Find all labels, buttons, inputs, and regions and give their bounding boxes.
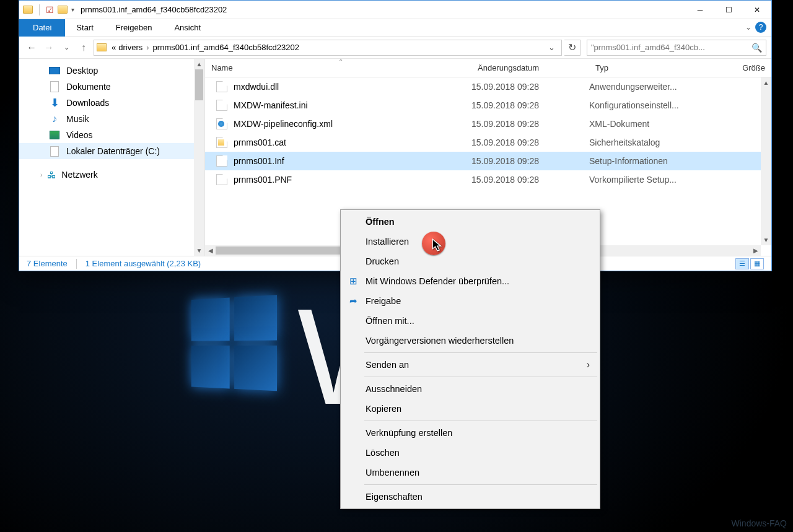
ctx-copy[interactable]: Kopieren [342,399,598,419]
folder-icon [97,43,107,51]
breadcrumb[interactable]: « drivers › prnms001.inf_amd64_f340cb58f… [94,40,562,56]
tab-start[interactable]: Start [65,19,104,37]
breadcrumb-drivers[interactable]: drivers [117,43,144,52]
search-box[interactable]: 🔍 [587,40,766,56]
ctx-rename[interactable]: Umbenennen [342,463,598,482]
ctx-print[interactable]: Drucken [342,251,598,271]
minimize-button[interactable]: ─ [686,1,714,19]
titlebar[interactable]: ☑ ▾ prnms001.inf_amd64_f340cb58fcd23202 … [19,1,771,19]
breadcrumb-current[interactable]: prnms001.inf_amd64_f340cb58fcd23202 [152,43,300,52]
ctx-restore[interactable]: Vorgängerversionen wiederherstellen [342,331,598,351]
ribbon-tabs: Datei Start Freigeben Ansicht ⌄ ? [19,19,771,37]
view-thumbnails-button[interactable]: ▦ [750,258,764,269]
desktop-icon [49,67,60,74]
scroll-right-icon[interactable]: ▶ [750,247,761,254]
cursor-icon [431,238,447,254]
nav-downloads[interactable]: ⬇Downloads [19,95,204,111]
qat-properties-icon[interactable]: ☑ [46,5,54,15]
ctx-defender[interactable]: ⊞Mit Windows Defender überprüfen... [342,271,598,291]
nav-netzwerk[interactable]: ›🖧Netzwerk [19,167,204,183]
nav-pane: Desktop Dokumente ⬇Downloads ♪Musik Vide… [19,59,205,256]
ribbon-expand-icon[interactable]: ⌄ [745,23,751,32]
scroll-up-icon[interactable]: ▲ [194,59,204,69]
view-details-button[interactable]: ☰ [735,258,749,269]
tab-datei[interactable]: Datei [19,19,65,37]
file-type: Sicherheitskatalog [589,137,713,147]
file-name: MXDW-pipelineconfig.xml [234,119,333,129]
ctx-openwith[interactable]: Öffnen mit... [342,311,598,331]
refresh-button[interactable]: ↻ [564,40,581,56]
sort-indicator-icon: ⌃ [338,58,343,65]
file-scrollbar-v[interactable]: ▲ ▼ [761,77,771,245]
nav-desktop[interactable]: Desktop [19,63,204,79]
scroll-thumb[interactable] [195,69,203,100]
nav-label: Desktop [66,66,98,76]
nav-videos[interactable]: Videos [19,127,204,143]
search-input[interactable] [591,43,751,52]
file-icon [216,81,227,92]
tab-ansicht[interactable]: Ansicht [163,19,212,37]
chevron-down-icon[interactable]: ⌄ [545,43,559,52]
file-row[interactable]: MXDW-manifest.ini15.09.2018 09:28Konfigu… [205,96,771,115]
col-type[interactable]: Typ [589,59,713,77]
scroll-down-icon[interactable]: ▼ [194,245,204,256]
ctx-share[interactable]: ➦Freigabe [342,291,598,311]
ctx-install[interactable]: Installieren [342,232,598,251]
file-row[interactable]: prnms001.Inf15.09.2018 09:28Setup-Inform… [205,152,771,170]
status-count: 7 Elemente [27,259,68,268]
chevron-right-icon[interactable]: › [144,43,151,52]
nav-label: Downloads [66,98,109,108]
ctx-cut[interactable]: Ausschneiden [342,379,598,399]
col-date[interactable]: Änderungsdatum [471,59,589,77]
tab-freigeben[interactable]: Freigeben [105,19,164,37]
search-icon[interactable]: 🔍 [751,43,762,53]
nav-musik[interactable]: ♪Musik [19,111,204,127]
scroll-down-icon[interactable]: ▼ [761,235,771,245]
breadcrumb-prefix[interactable]: « [110,43,117,52]
close-button[interactable]: ✕ [743,1,771,19]
nav-forward-button[interactable]: → [42,40,56,55]
network-icon: 🖧 [47,170,56,180]
file-icon [216,100,227,111]
file-row[interactable]: prnms001.PNF15.09.2018 09:28Vorkompilier… [205,170,771,189]
nav-up-button[interactable]: ↑ [76,40,91,55]
file-date: 15.09.2018 09:28 [471,175,589,185]
file-type: Setup-Informationen [589,156,713,166]
scroll-left-icon[interactable]: ◀ [205,247,216,254]
scroll-up-icon[interactable]: ▲ [761,77,771,88]
file-date: 15.09.2018 09:28 [471,137,589,147]
ctx-delete[interactable]: Löschen [342,443,598,463]
file-date: 15.09.2018 09:28 [471,100,589,110]
col-size[interactable]: Größe [713,59,771,77]
nav-recent-dropdown[interactable]: ⌄ [59,40,74,55]
qat-newfolder-icon[interactable] [58,6,68,14]
context-menu: Öffnen Installieren Drucken ⊞Mit Windows… [340,209,600,509]
qat-dropdown-icon[interactable]: ▾ [71,6,74,13]
file-row[interactable]: prnms001.cat15.09.2018 09:28Sicherheitsk… [205,133,771,152]
file-icon [216,137,227,148]
maximize-button[interactable]: ☐ [714,1,743,19]
file-row[interactable]: MXDW-pipelineconfig.xml15.09.2018 09:28X… [205,115,771,133]
nav-label: Dokumente [66,82,111,92]
file-icon [216,118,227,129]
nav-dokumente[interactable]: Dokumente [19,79,204,95]
help-icon[interactable]: ? [755,22,766,33]
ctx-sendto[interactable]: Senden an› [342,355,598,375]
file-name: mxdwdui.dll [234,82,279,92]
nav-scrollbar[interactable]: ▲ ▼ [194,59,204,256]
ctx-properties[interactable]: Eigenschaften [342,487,598,507]
download-icon: ⬇ [49,96,60,110]
column-headers: Name ⌃ Änderungsdatum Typ Größe [205,59,771,77]
file-row[interactable]: mxdwdui.dll15.09.2018 09:28Anwendungserw… [205,77,771,96]
nav-back-button[interactable]: ← [24,40,39,55]
shield-icon: ⊞ [347,276,359,286]
file-name: prnms001.PNF [234,175,292,185]
nav-local-disk[interactable]: Lokaler Datenträger (C:) [19,143,204,159]
nav-label: Videos [66,130,93,140]
ctx-shortcut[interactable]: Verknüpfung erstellen [342,423,598,443]
nav-label: Netzwerk [61,170,97,180]
video-icon [50,131,59,139]
ctx-open[interactable]: Öffnen [342,212,598,232]
windows-logo [191,294,285,399]
share-icon: ➦ [347,296,359,306]
